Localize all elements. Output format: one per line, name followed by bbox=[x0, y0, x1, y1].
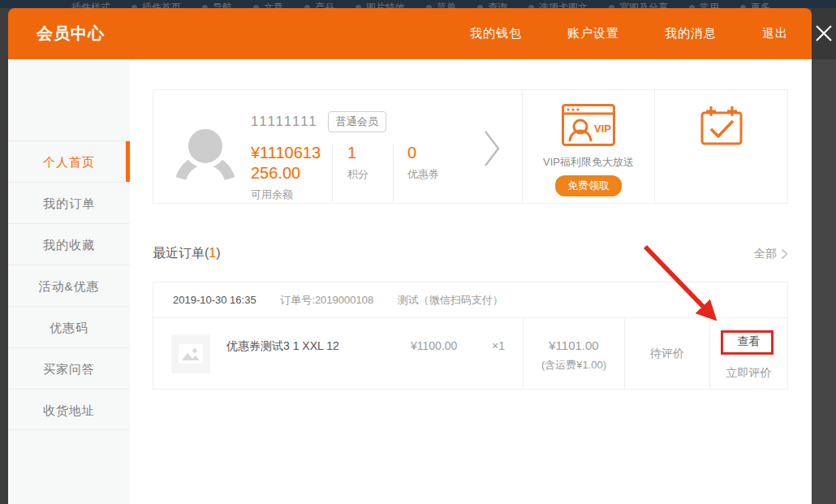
svg-text:VIP: VIP bbox=[594, 123, 611, 135]
order-payment-method: 测试（微信扫码支付） bbox=[398, 294, 503, 306]
bg-nav-item: 图片特效 bbox=[366, 1, 405, 8]
recent-orders-title: 最近订单(1) bbox=[153, 245, 221, 262]
bg-nav-item: 更多 bbox=[751, 1, 770, 8]
view-order-button[interactable]: 查看 bbox=[738, 334, 761, 349]
order-total: ¥1101.00 bbox=[524, 338, 624, 352]
chevron-right-icon bbox=[781, 248, 788, 260]
order-actions-cell: 查看 立即评价 bbox=[709, 318, 787, 389]
order-total-cell: ¥1101.00 (含运费¥1.00) bbox=[523, 318, 624, 389]
balance-label: 可用余额 bbox=[251, 187, 332, 202]
points-value: 1 bbox=[347, 143, 368, 163]
username: 11111111 bbox=[251, 114, 318, 130]
sidebar-item-buyer-qa[interactable]: 买家问答 bbox=[8, 347, 130, 389]
signin-calendar-section[interactable] bbox=[655, 90, 787, 203]
bg-nav-item: 产品 bbox=[315, 1, 334, 8]
header-nav: 我的钱包 账户设置 我的消息 退出 bbox=[470, 26, 788, 41]
close-icon[interactable] bbox=[814, 24, 834, 43]
recent-orders-title-text: 最近订单( bbox=[153, 246, 209, 260]
coupons-stat: 0 优惠券 bbox=[394, 143, 463, 202]
points-label: 积分 bbox=[347, 167, 368, 182]
calendar-check-icon bbox=[699, 135, 744, 149]
view-all-label: 全部 bbox=[754, 247, 777, 261]
freight-note: (含运费¥1.00) bbox=[524, 358, 624, 373]
bg-nav-item: 常用 bbox=[700, 1, 719, 8]
order-product-cell: 优惠券测试3 1 XXL 12 ¥1100.00 ×1 bbox=[153, 318, 523, 389]
coupons-label: 优惠券 bbox=[407, 167, 439, 182]
nav-my-wallet[interactable]: 我的钱包 bbox=[470, 26, 522, 41]
nav-logout[interactable]: 退出 bbox=[762, 26, 788, 41]
bg-nav-item: 查询 bbox=[488, 1, 507, 8]
product-price: ¥1100.00 bbox=[411, 339, 492, 389]
bg-nav-item: 导航 bbox=[213, 1, 232, 8]
sidebar-item-coupon-code[interactable]: 优惠码 bbox=[8, 306, 130, 347]
order-status: 待评价 bbox=[624, 318, 709, 389]
vip-promo-section: VIP VIP福利限免大放送 免费领取 bbox=[523, 90, 655, 203]
order-card: 2019-10-30 16:35 订单号:2019000108 测试（微信扫码支… bbox=[153, 282, 788, 390]
view-all-link[interactable]: 全部 bbox=[754, 247, 788, 261]
user-summary-section[interactable]: 11111111 普通会员 ¥1110613256.00 可用余额 1 bbox=[153, 90, 523, 203]
bg-nav-item: 选项卡图文 bbox=[539, 1, 588, 8]
recent-orders-title-close: ) bbox=[216, 246, 220, 260]
background-page-navbar: 插件样式 插件首页 导航 文章 产品 图片特效 菜单 查询 选项卡图文 宽图及分… bbox=[0, 0, 836, 8]
vip-browser-icon: VIP bbox=[562, 135, 615, 149]
sidebar-item-shipping-address[interactable]: 收货地址 bbox=[8, 389, 130, 430]
bg-nav-item: 插件首页 bbox=[142, 1, 181, 8]
sidebar-item-my-favorites[interactable]: 我的收藏 bbox=[8, 223, 130, 265]
member-level-badge: 普通会员 bbox=[328, 111, 386, 132]
order-time: 2019-10-30 16:35 bbox=[173, 294, 256, 306]
points-stat: 1 积分 bbox=[333, 143, 393, 202]
product-name[interactable]: 优惠券测试3 1 XXL 12 bbox=[226, 339, 411, 389]
sidebar-item-my-orders[interactable]: 我的订单 bbox=[8, 182, 130, 223]
vip-promo-label: VIP福利限免大放送 bbox=[523, 155, 654, 170]
product-image-placeholder[interactable] bbox=[171, 334, 210, 373]
sidebar: 个人首页 我的订单 我的收藏 活动&优惠 优惠码 买家问答 收货地址 bbox=[8, 59, 130, 504]
modal-header: 会员中心 我的钱包 账户设置 我的消息 退出 bbox=[8, 8, 812, 59]
main-content: 11111111 普通会员 ¥1110613256.00 可用余额 1 bbox=[130, 59, 812, 504]
page-title: 会员中心 bbox=[37, 23, 105, 45]
free-claim-button[interactable]: 免费领取 bbox=[555, 175, 622, 196]
review-now-button[interactable]: 立即评价 bbox=[710, 366, 787, 381]
bg-nav-item: 菜单 bbox=[437, 1, 456, 8]
recent-orders-count: 1 bbox=[209, 246, 216, 260]
nav-my-messages[interactable]: 我的消息 bbox=[665, 26, 717, 41]
order-number: 订单号:2019000108 bbox=[280, 294, 373, 306]
bg-nav-item: 文章 bbox=[264, 1, 283, 8]
member-center-modal: 会员中心 我的钱包 账户设置 我的消息 退出 个人首页 我的订单 我的收藏 活动… bbox=[8, 8, 812, 504]
coupons-value: 0 bbox=[407, 143, 439, 163]
chevron-right-icon[interactable] bbox=[483, 129, 501, 171]
account-overview-card: 11111111 普通会员 ¥1110613256.00 可用余额 1 bbox=[153, 89, 788, 204]
bg-nav-item: 宽图及分享 bbox=[619, 1, 668, 8]
bg-nav-item: 插件样式 bbox=[71, 1, 110, 8]
overlay-right-strip bbox=[812, 8, 836, 504]
order-body-row: 优惠券测试3 1 XXL 12 ¥1100.00 ×1 ¥1101.00 (含运… bbox=[153, 318, 787, 389]
balance-value: ¥1110613256.00 bbox=[251, 143, 329, 183]
product-quantity: ×1 bbox=[492, 339, 523, 389]
order-header-row: 2019-10-30 16:35 订单号:2019000108 测试（微信扫码支… bbox=[153, 282, 787, 318]
sidebar-item-personal-home[interactable]: 个人首页 bbox=[8, 140, 130, 182]
balance-stat: ¥1110613256.00 可用余额 bbox=[251, 143, 332, 202]
avatar bbox=[173, 119, 238, 187]
nav-account-settings[interactable]: 账户设置 bbox=[567, 26, 619, 41]
sidebar-item-activities-promos[interactable]: 活动&优惠 bbox=[8, 265, 130, 306]
